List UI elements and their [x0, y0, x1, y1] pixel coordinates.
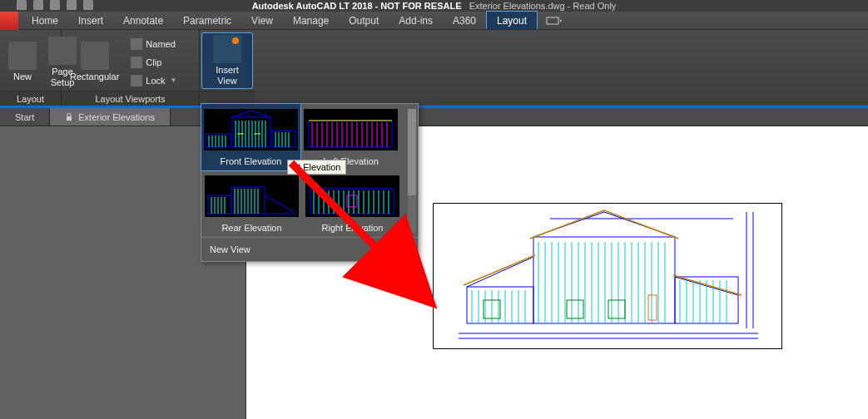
clip-viewport-button[interactable]: Clip — [127, 53, 180, 71]
svg-rect-131 — [608, 300, 625, 318]
svg-rect-128 — [648, 295, 657, 320]
new-layout-icon — [8, 42, 37, 70]
gallery-scrollbar[interactable] — [408, 109, 416, 233]
file-tab-start[interactable]: Start — [0, 108, 50, 126]
file-title: Exterior Elevations.dwg - Read Only — [469, 1, 617, 11]
menu-layout[interactable]: Layout — [486, 11, 538, 29]
quick-access-toolbar[interactable] — [17, 0, 93, 11]
file-tab-exterior-elevations[interactable]: Exterior Elevations — [50, 108, 171, 126]
rectangular-viewport-icon — [81, 42, 109, 70]
svg-rect-62 — [310, 189, 394, 214]
placed-viewport[interactable] — [433, 203, 782, 349]
menu-annotate[interactable]: Annotate — [113, 12, 173, 29]
app-title: Autodesk AutoCAD LT 2018 - NOT FOR RESAL… — [252, 1, 462, 11]
lock-icon — [131, 75, 142, 86]
thumbnail-right-elevation — [305, 175, 399, 217]
svg-rect-82 — [533, 237, 675, 323]
named-icon — [131, 38, 142, 50]
menu-view[interactable]: View — [241, 12, 283, 29]
recording-dot-icon — [232, 37, 239, 44]
svg-line-127 — [673, 275, 742, 295]
menu-addins[interactable]: Add-ins — [389, 12, 443, 29]
ribbon: New PageSetup Layout Rectangular Named C… — [0, 30, 868, 108]
gallery-item-rear-elevation[interactable]: Rear Elevation — [201, 170, 302, 237]
menu-a360[interactable]: A360 — [443, 12, 486, 29]
menu-manage[interactable]: Manage — [283, 12, 339, 29]
thumbnail-front-elevation — [204, 109, 298, 150]
menu-insert[interactable]: Insert — [68, 12, 113, 29]
svg-rect-3 — [232, 117, 270, 147]
insert-view-icon — [213, 35, 241, 63]
panel-title-viewports: Layout Viewports — [62, 91, 199, 106]
chevron-down-icon: ▼ — [171, 76, 177, 84]
lock-icon — [65, 113, 73, 121]
file-tabs: Start Exterior Elevations — [0, 108, 868, 126]
thumbnail-left-elevation — [304, 109, 398, 150]
gallery-item-right-elevation[interactable]: Right Elevation — [302, 170, 403, 237]
menu-bar: Home Insert Annotate Parametric View Man… — [0, 12, 868, 30]
svg-rect-0 — [547, 17, 558, 24]
named-viewports-button[interactable]: Named — [127, 35, 180, 53]
menu-output[interactable]: Output — [339, 12, 389, 29]
lock-viewport-button[interactable]: Lock▼ — [127, 71, 180, 90]
menu-home[interactable]: Home — [22, 12, 68, 29]
insert-view-button[interactable]: Insert View — [201, 32, 253, 89]
panel-title-layout: Layout — [0, 91, 61, 106]
svg-rect-1 — [67, 116, 72, 121]
insert-view-gallery: Front Elevation Left Elevation R — [201, 103, 419, 262]
gallery-new-view[interactable]: New View — [201, 237, 418, 261]
thumbnail-rear-elevation — [205, 175, 299, 217]
svg-line-126 — [464, 255, 535, 285]
clip-icon — [131, 57, 142, 68]
menu-parametric[interactable]: Parametric — [173, 12, 241, 29]
svg-rect-28 — [309, 121, 392, 147]
app-menu-button[interactable] — [0, 12, 18, 30]
menu-toggle-icon[interactable] — [538, 12, 571, 29]
new-layout-button[interactable]: New — [5, 40, 40, 84]
page-setup-icon — [48, 37, 77, 65]
title-bar: Autodesk AutoCAD LT 2018 - NOT FOR RESAL… — [0, 0, 868, 12]
svg-rect-130 — [567, 300, 583, 318]
tooltip: nt Elevation — [287, 160, 346, 175]
gallery-item-front-elevation[interactable]: Front Elevation — [201, 103, 301, 171]
